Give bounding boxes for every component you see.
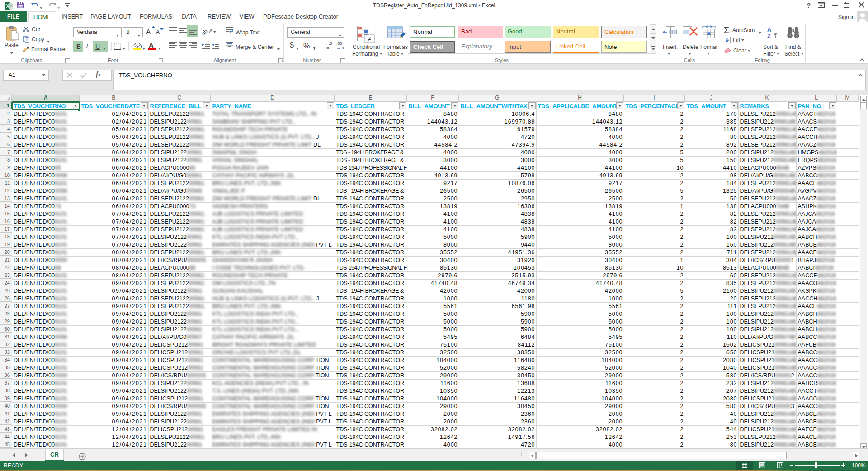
svg-text:ab: ab [202, 28, 209, 36]
svg-text:≠: ≠ [368, 35, 371, 42]
svg-text:A: A [767, 26, 772, 33]
svg-text:Z: Z [767, 33, 771, 39]
